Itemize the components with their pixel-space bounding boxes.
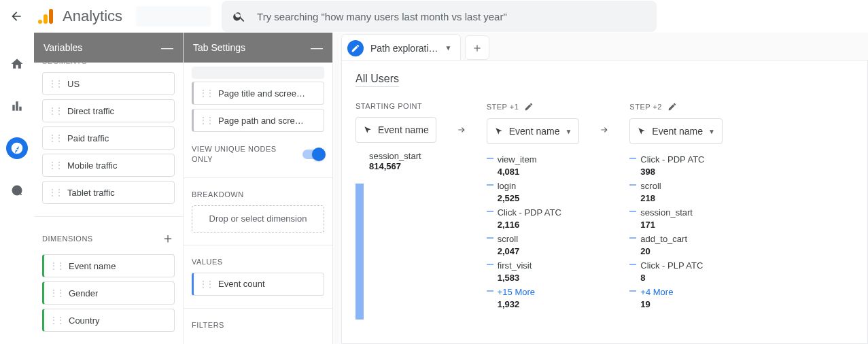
- add-dimension-button[interactable]: ＋: [161, 229, 175, 247]
- add-tab-button[interactable]: ＋: [465, 35, 489, 60]
- exploration-tab[interactable]: Path explorati… ▼: [341, 34, 461, 61]
- chip-label: Gender: [69, 288, 98, 298]
- nav-rail: [0, 33, 34, 344]
- cursor-icon: [494, 126, 504, 136]
- search-wrap: [222, 1, 657, 32]
- selector-label: Event name: [378, 124, 429, 135]
- pencil-icon[interactable]: [667, 102, 677, 111]
- search-icon: [232, 10, 246, 23]
- path-node[interactable]: Click - PDP ATC398: [629, 152, 723, 179]
- path-node[interactable]: scroll218: [629, 179, 723, 205]
- chip-label: Page title and scree…: [218, 88, 305, 99]
- node-count: 2,116: [498, 219, 580, 231]
- svg-rect-2: [49, 9, 53, 24]
- value-chip-label: Event count: [218, 279, 265, 289]
- path-node[interactable]: scroll2,047: [487, 232, 580, 258]
- node-type-chip[interactable]: ⋮⋮Page title and scree…: [192, 82, 324, 105]
- nav-reports[interactable]: [6, 95, 28, 117]
- path-node[interactable]: view_item4,081: [487, 152, 580, 179]
- dimension-chip[interactable]: ⋮⋮Gender: [42, 281, 175, 305]
- node-count: 20: [640, 245, 723, 258]
- selector-label: Event name: [509, 126, 560, 137]
- unique-nodes-toggle[interactable]: [302, 150, 324, 159]
- analytics-logo-icon: [35, 6, 56, 27]
- start-node[interactable]: session_start 814,567: [369, 151, 421, 320]
- step-2-node-list: Click - PDP ATC398scroll218session_start…: [629, 152, 723, 312]
- path-node[interactable]: session_start171: [629, 205, 723, 232]
- variables-panel-title: Variables: [44, 42, 82, 53]
- nav-advertising[interactable]: [6, 179, 28, 201]
- segment-chip[interactable]: ⋮⋮Paid traffic: [42, 126, 175, 150]
- dimension-chip[interactable]: ⋮⋮Country: [42, 309, 175, 332]
- brand-text: Analytics: [63, 7, 122, 25]
- chevron-down-icon: ▼: [565, 128, 572, 135]
- step-2-selector[interactable]: Event name ▼: [629, 118, 723, 144]
- value-chip[interactable]: ⋮⋮ Event count: [192, 273, 324, 296]
- drag-handle-icon: ⋮⋮: [48, 160, 62, 170]
- drag-handle-icon: ⋮⋮: [50, 288, 63, 298]
- search-input[interactable]: [257, 11, 646, 22]
- starting-node-selector[interactable]: Event name: [355, 117, 436, 143]
- starting-point-column: STARTING POINT Event name session_start …: [355, 102, 436, 320]
- variables-panel-header: Variables —: [34, 33, 183, 63]
- breakdown-dropzone[interactable]: Drop or select dimension: [192, 205, 324, 233]
- node-name: Click - PDP ATC: [640, 154, 723, 166]
- segments-heading: SEGMENTS: [42, 63, 175, 65]
- drag-handle-icon: ⋮⋮: [48, 133, 62, 143]
- path-node[interactable]: Click - PDP ATC2,116: [487, 205, 580, 232]
- pencil-icon[interactable]: [524, 102, 534, 111]
- tab-label: Path explorati…: [370, 43, 438, 54]
- selector-label: Event name: [652, 126, 703, 137]
- segment-title[interactable]: All Users: [355, 73, 399, 87]
- node-type-chip[interactable]: ⋮⋮Page path and scre…: [192, 109, 324, 132]
- drag-handle-icon: ⋮⋮: [50, 315, 63, 325]
- path-node[interactable]: +15 More1,932: [487, 285, 580, 311]
- nav-home[interactable]: [6, 53, 28, 75]
- starting-point-text: STARTING POINT: [355, 102, 422, 110]
- node-count: 8: [640, 272, 723, 284]
- chip-label: Event name: [69, 261, 116, 271]
- chip-label: Mobile traffic: [67, 160, 117, 171]
- unique-nodes-label: VIEW UNIQUE NODES ONLY: [192, 144, 294, 165]
- unique-nodes-row: VIEW UNIQUE NODES ONLY: [192, 144, 324, 165]
- node-type-chip[interactable]: [192, 67, 324, 79]
- path-node[interactable]: +4 More19: [629, 285, 723, 311]
- nav-explore[interactable]: [6, 137, 28, 159]
- segment-chip[interactable]: ⋮⋮Mobile traffic: [42, 154, 175, 177]
- segment-chip[interactable]: ⋮⋮Tablet traffic: [42, 181, 175, 204]
- node-name: login: [498, 180, 580, 192]
- chevron-down-icon[interactable]: ▼: [445, 44, 452, 52]
- path-node[interactable]: login2,525: [487, 179, 580, 205]
- property-selector[interactable]: [136, 6, 211, 27]
- path-node[interactable]: first_visit1,583: [487, 258, 580, 285]
- step-2-column: STEP +2 Event name ▼ Click - PDP ATC398s…: [629, 102, 723, 312]
- path-diagram: STARTING POINT Event name session_start …: [355, 102, 854, 320]
- step-2-label: STEP +2: [629, 102, 723, 111]
- node-name: Click - PLP ATC: [640, 260, 723, 272]
- segment-chip[interactable]: ⋮⋮US: [42, 72, 175, 95]
- node-name: scroll: [640, 180, 723, 192]
- node-name: scroll: [498, 233, 580, 245]
- search-box[interactable]: [222, 1, 657, 32]
- node-name: session_start: [640, 207, 723, 219]
- path-node[interactable]: Click - PLP ATC8: [629, 258, 723, 285]
- step-arrow-icon: [600, 125, 609, 135]
- segment-chip[interactable]: ⋮⋮Direct traffic: [42, 99, 175, 122]
- step-1-selector[interactable]: Event name ▼: [487, 118, 580, 144]
- collapse-icon[interactable]: —: [311, 41, 323, 55]
- collapse-icon[interactable]: —: [161, 41, 173, 55]
- app-header: Analytics: [0, 0, 868, 33]
- step-arrow-icon: [457, 125, 466, 135]
- node-count: 218: [640, 192, 723, 205]
- node-count: 19: [640, 298, 723, 311]
- dimensions-heading-label: DIMENSIONS: [42, 235, 93, 243]
- back-button[interactable]: [5, 5, 27, 27]
- dimension-chip[interactable]: ⋮⋮Event name: [42, 254, 175, 277]
- drag-handle-icon: ⋮⋮: [50, 261, 63, 271]
- cursor-icon: [363, 125, 372, 135]
- step-1-node-list: view_item4,081login2,525Click - PDP ATC2…: [487, 152, 580, 312]
- path-node[interactable]: add_to_cart20: [629, 232, 723, 258]
- svg-rect-1: [44, 14, 48, 24]
- drag-handle-icon: ⋮⋮: [199, 279, 213, 289]
- start-node-name: session_start: [369, 151, 421, 161]
